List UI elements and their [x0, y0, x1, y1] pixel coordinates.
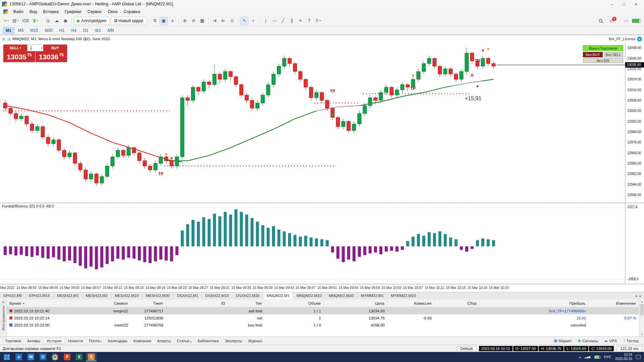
dollar-icon[interactable]: $▾ [32, 17, 40, 25]
vertical-line-icon[interactable]: | [262, 17, 270, 25]
buy-price-display[interactable]: 1303675 [36, 51, 67, 62]
channel-icon[interactable]: ∥ [288, 17, 296, 25]
zigzag-icon[interactable]: ∧ [168, 17, 176, 25]
history-column-header[interactable]: Комиссия [387, 299, 434, 307]
utility-tab-market[interactable]: ▦Маркет [551, 338, 574, 344]
main-chart[interactable]: 13048.0013040.0013032.0013024.0013016.00… [0, 43, 644, 203]
toolbox-tab-торговля[interactable]: Торговля [2, 338, 24, 344]
enable-buy-button[interactable]: Вкл.BUY [583, 52, 603, 57]
toolbox-tab-активы[interactable]: Активы [24, 338, 43, 344]
menu-item-графики[interactable]: Графики [62, 9, 85, 15]
excel-icon[interactable]: X [74, 353, 85, 361]
history-column-header[interactable]: Символ [65, 299, 131, 307]
history-column-header[interactable]: ID [166, 299, 228, 307]
history-column-header[interactable]: Время▲ [7, 299, 65, 307]
chart-tab-dsxh22-m10[interactable]: DSXH22,M10 [202, 292, 232, 299]
shapes-icon[interactable]: ⠿▾ [314, 17, 322, 25]
ide-button[interactable]: IDE [21, 17, 31, 25]
chart-line-style-icon[interactable]: ≈▾ [2, 17, 10, 25]
toolbox-tab-история[interactable]: История [43, 338, 65, 344]
chart-tab-mnqm22-m30[interactable]: MNQM22,M30 [325, 292, 358, 299]
indicators-icon[interactable]: ◎ [44, 17, 52, 25]
telegram-icon[interactable]: ▸ [637, 37, 642, 42]
edge-icon[interactable]: e [13, 353, 24, 361]
timeframe-w1[interactable]: W1 [92, 27, 104, 34]
toolbox-tab-компания[interactable]: Компания [130, 338, 154, 344]
menu-item-вид[interactable]: Вид [26, 9, 40, 15]
tabs-scroll-left-icon[interactable]: ◂ [635, 294, 637, 298]
fibo-icon[interactable]: ≡ [297, 17, 305, 25]
utility-tab-signals[interactable]: ◉Сигналы [575, 338, 601, 344]
toolbox-tab-эксперты[interactable]: Эксперты [222, 338, 245, 344]
chart-tab-mesh22-m10[interactable]: MESH22,M10 [111, 292, 143, 299]
menu-item-вставка[interactable]: Вставка [40, 9, 61, 15]
chart-tab-eph22-m15[interactable]: EPH22,M15 [26, 292, 54, 299]
history-row[interactable]: 2022.03.15 10:22:00mesh22177496759buy li… [7, 321, 639, 328]
horizontal-line-icon[interactable]: — [270, 17, 278, 25]
chart-tab-mesh22-m2[interactable]: MESH22,M2 [83, 292, 111, 299]
chart-tab-eph22-m5[interactable]: EPH22,M5 [0, 292, 26, 299]
timeframe-m15[interactable]: M15 [27, 27, 41, 34]
toolbox-tab-статьи[interactable]: Статьи1 [174, 338, 195, 344]
language-indicator[interactable]: РУС [604, 355, 611, 359]
enable-555-button[interactable]: Вкл.555 [583, 58, 623, 63]
autoscroll-icon[interactable]: ⇅ [151, 17, 159, 25]
menu-item-файл[interactable]: Файл [10, 9, 26, 15]
tray-battery-icon[interactable] [594, 356, 600, 359]
scrollbar-thumb[interactable] [640, 304, 644, 315]
text-icon[interactable]: T [305, 17, 313, 25]
mail-icon[interactable]: ✉ [25, 353, 36, 361]
history-column-header[interactable]: Прибыль [480, 299, 589, 307]
chart-tab-dsxh22-m1[interactable]: DSXH22,M1 [173, 292, 202, 299]
timeframe-m30[interactable]: M30 [42, 27, 56, 34]
network-icon[interactable]: ▂▄▆ [584, 356, 591, 358]
scroll-up-icon[interactable]: ▴ [641, 300, 642, 303]
new-order-button[interactable]: ⊞Новый ордер [111, 17, 147, 25]
history-column-header[interactable]: Цена [324, 299, 387, 307]
enable-sell-button[interactable]: Вкл.SELL [604, 52, 624, 57]
start-icon[interactable] [1, 353, 12, 361]
camera-icon[interactable]: ⊙ [228, 17, 236, 25]
menu-item-сервис[interactable]: Сервис [85, 9, 105, 15]
sell-button[interactable]: SELL▾ [3, 45, 27, 51]
menu-item-справка[interactable]: Справка [120, 9, 143, 15]
chart-tab-dsxh22-m30[interactable]: DSXH22,M30 [232, 292, 263, 299]
timeframe-m5[interactable]: M5 [15, 27, 27, 34]
close-button[interactable]: × [630, 2, 642, 7]
timeframe-h1[interactable]: H1 [56, 27, 67, 34]
timeframe-d1[interactable]: D1 [80, 27, 91, 34]
buy-button[interactable]: BUY [43, 45, 67, 51]
toolbox-close-icon[interactable]: × [2, 300, 4, 305]
chart-tab-mnqm22-m10[interactable]: MNQM22,M10 [293, 292, 325, 299]
zoom-in-icon[interactable]: ⊕ [181, 17, 189, 25]
metatrader-icon[interactable]: 5 [86, 353, 97, 361]
toolbox-tab-алерты[interactable]: Алерты [154, 338, 174, 344]
grid-icon[interactable]: ▦ [198, 17, 206, 25]
search-icon[interactable] [597, 17, 605, 25]
powerpoint-icon[interactable]: P [62, 353, 72, 361]
chart-tab-mesh22-m30[interactable]: MESH22,M30 [143, 292, 174, 299]
trendline-icon[interactable]: ╱ [279, 17, 287, 25]
history-row[interactable]: 2022.03.15 10:22:14125011836out113034.75… [7, 314, 639, 321]
toolbox-tab-библиотека[interactable]: Библиотека [195, 338, 222, 344]
chart-tab-mymm22-m1[interactable]: MYMM22,M1 [358, 292, 387, 299]
cursor-icon[interactable]: ↖ [240, 17, 249, 25]
toolbox-tab-календарь[interactable]: Календарь [105, 338, 130, 344]
history-column-header[interactable]: Тикет [131, 299, 166, 307]
tabs-scroll-right-icon[interactable]: ▸ [640, 294, 641, 298]
crosshair-icon[interactable]: + [249, 17, 257, 25]
scroll-to-end-icon[interactable]: ⇇ [219, 17, 227, 25]
utility-tab-tester[interactable]: ◔Тестер [620, 338, 641, 344]
candlestick-chart[interactable]: 13048.0013040.0013032.0013024.0013016.00… [0, 43, 644, 203]
algotrading-button[interactable]: ▶Алготрейдинг [74, 17, 110, 25]
action-center-icon[interactable] [636, 355, 641, 359]
history-row[interactable]: 2022.03.15 10:21:40mnqm22177496717sell l… [7, 307, 639, 314]
toolbox-tab-журнал[interactable]: Журнал [245, 338, 265, 344]
scroll-down-icon[interactable]: ▾ [641, 333, 642, 336]
chart-shift-icon[interactable]: ⇉ [211, 17, 219, 25]
chart-tab-mnqm22-m1[interactable]: MNQM22,M1 [263, 292, 293, 299]
indicator-pane[interactable]: 2227.6-1858.6 FundsEfficiency 321.0 0.0 … [0, 203, 644, 284]
cloud-icon[interactable]: ☁ [53, 17, 61, 25]
objects-icon[interactable]: ◉ [61, 17, 69, 25]
maximize-button[interactable]: □ [618, 2, 630, 7]
